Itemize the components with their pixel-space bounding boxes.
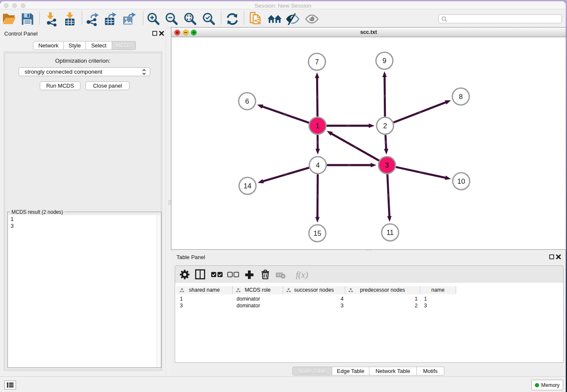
svg-text:8: 8 bbox=[459, 93, 462, 100]
svg-text:9: 9 bbox=[383, 57, 386, 64]
svg-text:f(x): f(x) bbox=[296, 270, 308, 279]
svg-text:14: 14 bbox=[244, 182, 251, 190]
svg-text:7: 7 bbox=[315, 58, 319, 66]
svg-text:2: 2 bbox=[383, 122, 387, 130]
svg-text:10: 10 bbox=[457, 177, 465, 185]
svg-text:15: 15 bbox=[314, 229, 321, 237]
svg-text:3: 3 bbox=[385, 161, 389, 169]
svg-text:4: 4 bbox=[316, 161, 319, 169]
svg-text:11: 11 bbox=[386, 229, 394, 236]
svg-text:1: 1 bbox=[316, 122, 319, 130]
svg-text:6: 6 bbox=[245, 97, 249, 105]
